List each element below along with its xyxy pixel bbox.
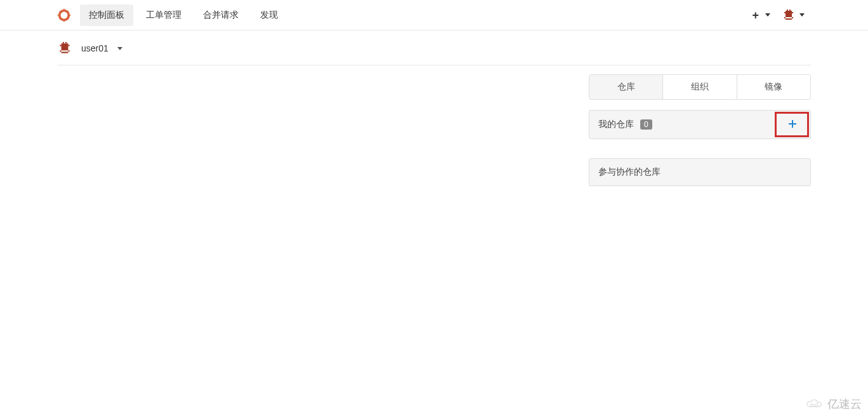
svg-rect-6 (786, 18, 792, 20)
svg-rect-14 (62, 51, 69, 53)
svg-rect-10 (60, 45, 61, 46)
svg-rect-4 (784, 17, 786, 18)
gear-logo-icon (57, 8, 71, 22)
plus-icon: + (752, 10, 759, 21)
nav-items: 控制面板 工单管理 合并请求 发现 (80, 4, 291, 26)
repo-tabs: 仓库 组织 镜像 (589, 74, 811, 100)
user-menu-dropdown[interactable] (782, 8, 805, 22)
sub-header: user01 (0, 41, 868, 65)
repo-count-badge: 0 (640, 119, 652, 130)
create-dropdown[interactable]: + (752, 10, 770, 21)
collab-repos-panel: 参与协作的仓库 (589, 158, 811, 186)
context-user-name: user01 (81, 43, 109, 53)
svg-rect-2 (784, 12, 786, 13)
new-repo-button[interactable] (784, 118, 801, 131)
sidebar-column: 仓库 组织 镜像 我的仓库 0 参与协作的仓库 (589, 74, 811, 186)
panel-title: 我的仓库 (598, 119, 634, 130)
chevron-down-icon (799, 13, 805, 17)
svg-rect-13 (68, 50, 69, 51)
context-user-switcher[interactable]: user01 (57, 41, 811, 65)
nav-dashboard[interactable]: 控制面板 (80, 4, 133, 26)
avatar (57, 41, 72, 56)
chevron-down-icon (765, 13, 770, 17)
svg-rect-7 (787, 10, 788, 11)
panel-title: 参与协作的仓库 (598, 166, 661, 178)
svg-rect-16 (65, 42, 67, 43)
svg-rect-3 (792, 12, 793, 13)
svg-rect-11 (68, 45, 69, 46)
svg-rect-5 (792, 17, 793, 18)
top-nav: 控制面板 工单管理 合并请求 发现 + (0, 0, 868, 30)
collab-repos-header: 参与协作的仓库 (589, 159, 810, 185)
nav-pull-requests[interactable]: 合并请求 (194, 4, 247, 26)
svg-point-0 (63, 11, 65, 14)
tab-organization[interactable]: 组织 (663, 75, 737, 99)
app-logo[interactable] (57, 8, 71, 22)
svg-rect-9 (62, 43, 69, 50)
chevron-down-icon (117, 47, 122, 50)
my-repos-header: 我的仓库 0 (589, 111, 810, 138)
plus-icon (789, 120, 796, 128)
nav-right: + (752, 8, 811, 22)
nav-explore[interactable]: 发现 (251, 4, 287, 26)
my-repos-panel: 我的仓库 0 (589, 110, 811, 139)
tab-repository[interactable]: 仓库 (589, 75, 663, 99)
svg-rect-12 (60, 50, 61, 51)
svg-rect-8 (789, 10, 791, 11)
tab-mirror[interactable]: 镜像 (737, 75, 810, 99)
avatar (782, 8, 796, 22)
nav-issues[interactable]: 工单管理 (137, 4, 190, 26)
main-content: 仓库 组织 镜像 我的仓库 0 参与协作的仓库 (0, 65, 868, 195)
svg-rect-1 (786, 11, 792, 17)
svg-rect-15 (63, 42, 64, 43)
feed-column (57, 74, 574, 186)
